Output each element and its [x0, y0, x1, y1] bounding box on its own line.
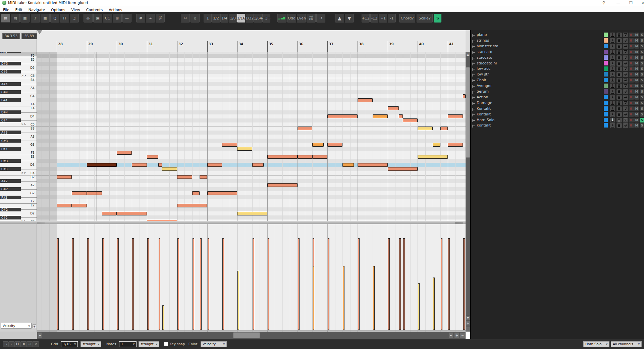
midi-note-F#3[interactable]: [237, 147, 252, 151]
cc-lanes-button[interactable]: CC: [103, 14, 112, 22]
track-mute-button[interactable]: M: [634, 44, 639, 49]
track-row-staccato[interactable]: staccato↓MS: [471, 49, 644, 55]
swing-button[interactable]: ◄►: [146, 14, 155, 22]
track-row-serum[interactable]: Serum↓MS: [471, 89, 644, 94]
stop-button[interactable]: ■: [21, 341, 27, 347]
track-solo-button[interactable]: S: [640, 101, 644, 105]
track-solo-button[interactable]: S: [640, 61, 644, 66]
track-draw-icon[interactable]: ↓: [610, 55, 615, 60]
white-key-label-A2[interactable]: A2: [31, 183, 35, 187]
track-draw-icon[interactable]: ↓: [610, 123, 615, 128]
track-record-button[interactable]: [629, 61, 634, 66]
midi-note-E3[interactable]: [418, 155, 448, 159]
midi-note-G3[interactable]: [327, 143, 342, 147]
track-record-button[interactable]: [629, 72, 634, 77]
midi-note-D3[interactable]: [342, 163, 354, 167]
revert-button[interactable]: ↺: [316, 14, 325, 22]
track-record-button[interactable]: [629, 101, 634, 105]
midi-note-D2[interactable]: [117, 212, 147, 215]
midi-note-B3[interactable]: [418, 127, 433, 130]
midi-note-G2[interactable]: [192, 191, 200, 195]
track-draw-icon[interactable]: ↓: [610, 61, 615, 66]
velocity-bar[interactable]: [433, 278, 435, 330]
split-notes-button[interactable]: ✂: [181, 14, 190, 22]
zoom-out-horizontal-button[interactable]: −: [460, 332, 465, 338]
track-lock-button[interactable]: [616, 123, 622, 128]
track-solo-button[interactable]: S: [640, 118, 644, 122]
track-draw-icon[interactable]: ↓: [610, 95, 615, 100]
track-monitor-button[interactable]: [623, 78, 628, 83]
black-key-D#4[interactable]: D#4: [0, 110, 21, 114]
track-mute-button[interactable]: M: [634, 123, 639, 128]
track-draw-icon[interactable]: ↓: [610, 44, 615, 49]
white-key-label-B4[interactable]: B4: [31, 78, 35, 82]
velocity-bar[interactable]: [268, 238, 269, 330]
midi-note-G3[interactable]: [448, 143, 463, 147]
white-key-label-E5[interactable]: E5: [31, 58, 35, 62]
velocity-bar[interactable]: [57, 238, 59, 330]
track-row-damage[interactable]: Damage↓MS: [471, 100, 644, 106]
horizontal-scroll-thumb[interactable]: [233, 332, 260, 338]
track-mute-button[interactable]: M: [634, 72, 639, 77]
white-key-label-G4[interactable]: G4: [30, 94, 35, 98]
white-key-label-D2[interactable]: D2: [30, 211, 35, 215]
track-drag-handle[interactable]: [472, 39, 475, 43]
track-draw-icon[interactable]: ↓: [610, 101, 615, 105]
separator-handle-left[interactable]: [38, 222, 45, 224]
grid-settings-button[interactable]: #: [136, 14, 145, 22]
black-key-G#4[interactable]: G#4: [0, 90, 21, 94]
track-mute-button[interactable]: M: [634, 66, 639, 71]
track-color-swatch[interactable]: [604, 106, 608, 111]
len-1-8-button[interactable]: 1/8: [229, 14, 237, 22]
velocity-lane[interactable]: [37, 224, 466, 332]
scale-helper-button[interactable]: Scale?: [417, 14, 433, 22]
zoom-selection-button[interactable]: ▣: [93, 14, 102, 22]
black-key-F#4[interactable]: F#4: [0, 98, 21, 102]
track-mute-button[interactable]: M: [634, 38, 639, 43]
zoom-in-horizontal-button[interactable]: +: [454, 332, 460, 338]
track-solo-button[interactable]: S: [640, 38, 644, 43]
black-key-C#3[interactable]: C#3: [0, 167, 21, 171]
velocity-bar[interactable]: [237, 271, 239, 330]
black-key-G#2[interactable]: G#2: [0, 187, 21, 191]
track-row-action[interactable]: Action↓MS: [471, 95, 644, 100]
track-row-kontakt[interactable]: Kontakt↓MS: [471, 112, 644, 117]
velocity-bar[interactable]: [448, 238, 450, 330]
track-row-strings[interactable]: strings↓MS: [471, 38, 644, 43]
track-row-choir[interactable]: Choir↓MS: [471, 78, 644, 83]
velocity-bar[interactable]: [193, 238, 194, 330]
black-key-F#5[interactable]: F#5: [0, 52, 21, 53]
velocity-bar[interactable]: [418, 283, 420, 330]
black-key-C#4[interactable]: C#4: [0, 118, 21, 122]
track-lock-button[interactable]: [616, 44, 622, 49]
velocity-bar[interactable]: [358, 238, 360, 330]
track-record-button[interactable]: [629, 50, 634, 54]
velocity-bar[interactable]: [441, 238, 442, 330]
track-monitor-button[interactable]: [623, 118, 628, 122]
track-solo-button[interactable]: S: [640, 44, 644, 49]
track-draw-icon[interactable]: ↓: [610, 78, 615, 83]
track-color-swatch[interactable]: [604, 61, 608, 65]
track-solo-button[interactable]: S: [640, 84, 644, 88]
track-row-horn-solo[interactable]: Horn Solo↓MS: [471, 117, 644, 123]
track-drag-handle[interactable]: [472, 90, 475, 94]
track-monitor-button[interactable]: [623, 50, 628, 54]
midi-note-E2[interactable]: [57, 204, 72, 207]
midi-note-D3[interactable]: [158, 163, 162, 167]
track-selector-combo[interactable]: Horn Solo∨: [583, 341, 609, 347]
track-lock-button[interactable]: [616, 38, 622, 43]
midi-note-G2[interactable]: [207, 191, 237, 195]
zoom-content-button[interactable]: ◎: [84, 14, 93, 22]
track-draw-icon[interactable]: ↓: [610, 89, 615, 94]
velocity-bar[interactable]: [253, 238, 254, 330]
link-button[interactable]: ⊞: [113, 14, 122, 22]
set-velocity-button[interactable]: vel 100: [307, 14, 316, 22]
midi-note-E2[interactable]: [72, 204, 87, 207]
track-monitor-button[interactable]: [623, 44, 628, 49]
black-key-F#3[interactable]: F#3: [0, 147, 21, 151]
white-key-label-C4[interactable]: C4: [31, 171, 35, 175]
velocity-bar[interactable]: [200, 238, 202, 330]
track-record-button[interactable]: [629, 106, 634, 111]
black-key-A#2[interactable]: A#2: [0, 179, 21, 183]
midi-note-D3[interactable]: [252, 163, 264, 167]
